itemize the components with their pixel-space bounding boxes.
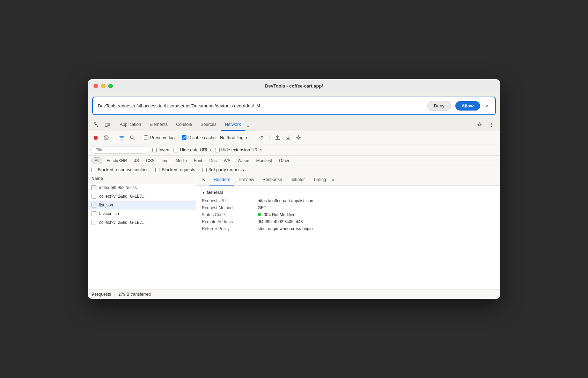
filter-input[interactable] (91, 146, 147, 154)
file-item-listjson[interactable]: list.json (88, 201, 196, 210)
file-item-collect2[interactable]: collect?v=2&tid=G-LB7... (88, 218, 196, 227)
general-section-header: ▼ General (202, 190, 494, 195)
minimize-button[interactable] (101, 84, 105, 88)
type-filter-css[interactable]: CSS (143, 158, 157, 164)
detail-close-button[interactable]: ✕ (200, 176, 207, 184)
type-filter-other[interactable]: Other (276, 158, 292, 164)
detail-tab-response[interactable]: Response (258, 174, 286, 186)
type-filter-font[interactable]: Font (191, 158, 205, 164)
detail-row-method: Request Method: GET (202, 205, 494, 210)
tab-application[interactable]: Application (116, 119, 145, 131)
main-toolbar: Application Elements Console Sources Net… (88, 119, 500, 131)
detail-row-status: Status Code: 304 Not Modified (202, 212, 494, 217)
preserve-log-checkbox[interactable] (144, 135, 148, 140)
detail-key-referrer: Referrer Policy: (202, 226, 258, 231)
detail-tab-timing[interactable]: Timing (309, 174, 330, 186)
type-filter-ws[interactable]: WS (221, 158, 233, 164)
traffic-lights (94, 84, 113, 88)
blocked-requests-label[interactable]: Blocked requests (155, 167, 195, 172)
detail-row-referrer: Referrer Policy: strict-origin-when-cros… (202, 226, 494, 231)
type-filter-fetch[interactable]: Fetch/XHR (104, 158, 130, 164)
close-button[interactable] (94, 84, 98, 88)
close-banner-button[interactable]: × (484, 102, 490, 110)
hide-data-urls-label[interactable]: Hide data URLs (174, 148, 211, 152)
svg-point-10 (131, 136, 133, 138)
detail-panel: ✕ Headers Preview Response Initiator Tim… (196, 174, 500, 289)
requests-count: 9 requests (91, 292, 111, 297)
toolbar-sep-1 (114, 135, 114, 141)
tab-sources[interactable]: Sources (196, 119, 221, 131)
disable-cache-label[interactable]: Disable cache (182, 135, 216, 140)
invert-label[interactable]: Invert (152, 148, 169, 152)
filter-bar: Invert Hide data URLs Hide extension URL… (88, 144, 500, 156)
status-bar: 9 requests 279 B transferred (88, 289, 500, 299)
throttle-select[interactable]: No throttling ▼ (218, 135, 250, 141)
third-party-checkbox[interactable] (202, 168, 207, 172)
type-filter-img[interactable]: Img (159, 158, 171, 164)
search-button[interactable] (128, 134, 137, 142)
hide-extension-urls-label[interactable]: Hide extension URLs (215, 148, 262, 152)
download-icon[interactable] (284, 134, 292, 142)
more-options-icon[interactable] (486, 120, 497, 130)
device-icon[interactable] (102, 120, 112, 130)
svg-point-13 (297, 137, 300, 139)
file-item-css[interactable]: index-b859522e.css (88, 183, 196, 192)
file-checkbox-css (91, 185, 96, 190)
hide-extension-urls-checkbox[interactable] (215, 148, 220, 152)
blocked-cookies-checkbox[interactable] (91, 168, 96, 172)
detail-more-button[interactable]: » (330, 176, 336, 184)
svg-rect-1 (105, 123, 108, 127)
window-title: DevTools - coffee-cart.app/ (265, 83, 323, 89)
hide-data-urls-checkbox[interactable] (174, 148, 178, 152)
detail-value-status: 304 Not Modified (258, 212, 494, 217)
file-item-collect1[interactable]: collect?v=2&tid=G-LB7... (88, 192, 196, 201)
filter-options: Invert Hide data URLs Hide extension URL… (152, 148, 262, 152)
toolbar-right (474, 120, 497, 130)
toolbar-sep-5 (270, 135, 270, 141)
network-settings-icon[interactable] (294, 134, 303, 142)
type-filter-manifest[interactable]: Manifest (253, 158, 275, 164)
permission-text: DevTools requests full access to /Users/… (98, 103, 423, 108)
file-name-collect2: collect?v=2&tid=G-LB7... (99, 220, 146, 225)
invert-checkbox[interactable] (152, 148, 157, 152)
tab-console[interactable]: Console (172, 119, 196, 131)
blocked-cookies-label[interactable]: Blocked response cookies (91, 167, 148, 172)
svg-point-6 (491, 126, 492, 127)
record-button[interactable] (91, 134, 100, 142)
upload-icon[interactable] (273, 134, 282, 142)
wifi-icon[interactable] (258, 134, 266, 142)
detail-tab-initiator[interactable]: Initiator (286, 174, 309, 186)
detail-tab-preview[interactable]: Preview (234, 174, 258, 186)
svg-line-9 (105, 136, 108, 139)
tab-network[interactable]: Network (221, 119, 245, 131)
file-name-css: index-b859522e.css (99, 185, 137, 190)
toolbar-sep-2 (140, 135, 140, 141)
type-filter-js[interactable]: JS (131, 158, 142, 164)
third-party-label[interactable]: 3rd-party requests (202, 167, 244, 172)
deny-button[interactable]: Deny (427, 101, 451, 111)
clear-button[interactable] (102, 134, 110, 142)
detail-value-remote: [64:ff9b::4b02:3c05]:443 (258, 219, 494, 224)
type-filter-doc[interactable]: Doc (206, 158, 219, 164)
preserve-log-label[interactable]: Preserve log (144, 135, 175, 140)
detail-scroll: ▼ General Request URL: https://coffee-ca… (196, 186, 500, 289)
maximize-button[interactable] (108, 84, 113, 88)
tab-elements[interactable]: Elements (145, 119, 172, 131)
type-filter-wasm[interactable]: Wasm (235, 158, 252, 164)
tab-more-button[interactable]: » (245, 120, 252, 131)
main-content: Name index-b859522e.css collect?v=2&tid=… (88, 174, 500, 289)
type-filter-all[interactable]: All (91, 157, 102, 164)
allow-button[interactable]: Allow (455, 101, 480, 111)
disable-cache-checkbox[interactable] (182, 135, 186, 140)
settings-icon[interactable] (474, 120, 485, 130)
filter-toggle-button[interactable] (118, 134, 126, 142)
type-filter-media[interactable]: Media (173, 158, 190, 164)
throttle-arrow-icon: ▼ (245, 136, 248, 139)
inspect-icon[interactable] (91, 120, 102, 130)
detail-tab-headers[interactable]: Headers (210, 174, 234, 186)
file-item-favicon[interactable]: favicon.ico (88, 210, 196, 218)
blocked-requests-checkbox[interactable] (155, 168, 160, 172)
tab-list: Application Elements Console Sources Net… (116, 119, 474, 131)
file-checkbox-collect1 (91, 194, 96, 199)
detail-key-url: Request URL: (202, 198, 258, 203)
